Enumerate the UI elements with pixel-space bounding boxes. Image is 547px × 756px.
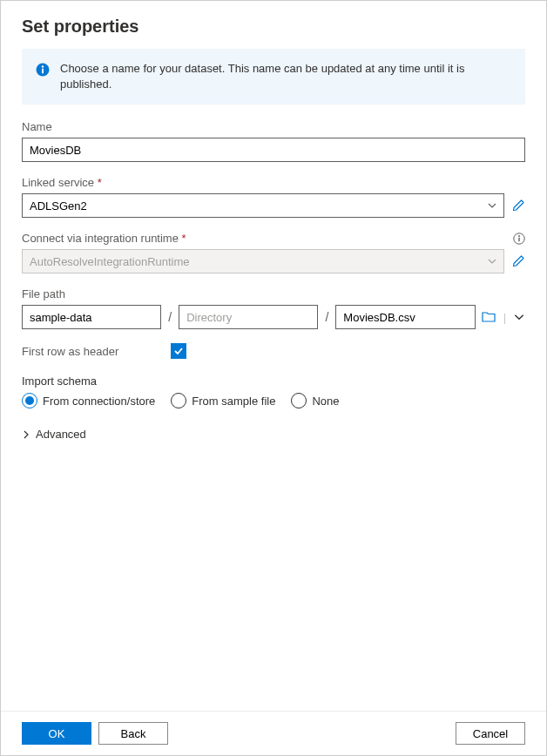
radio-label: None: [312, 395, 339, 408]
first-row-header-label: First row as header: [22, 345, 118, 358]
radio-label: From connection/store: [43, 395, 155, 408]
first-row-header-checkbox[interactable]: [171, 343, 186, 359]
integration-runtime-select: [22, 249, 504, 273]
info-hint-icon[interactable]: [513, 233, 525, 245]
svg-point-4: [518, 235, 520, 237]
file-path-label: File path: [22, 287, 525, 300]
integration-runtime-label: Connect via integration runtime *: [22, 232, 186, 245]
chevron-down-icon[interactable]: [513, 311, 525, 323]
container-input[interactable]: [22, 305, 161, 329]
radio-circle: [22, 393, 37, 408]
radio-none[interactable]: None: [291, 393, 339, 408]
svg-point-1: [42, 65, 44, 67]
linked-service-label: Linked service *: [22, 176, 525, 189]
first-row-header-row: First row as header: [22, 343, 525, 359]
info-banner: Choose a name for your dataset. This nam…: [22, 49, 525, 105]
panel-header: Set properties: [1, 1, 546, 49]
panel-footer: OK Back Cancel: [1, 711, 546, 755]
info-text: Choose a name for your dataset. This nam…: [60, 61, 511, 92]
directory-input[interactable]: [179, 305, 318, 329]
name-label: Name: [22, 120, 525, 133]
pipe-divider: |: [503, 311, 506, 324]
advanced-label: Advanced: [36, 428, 86, 441]
radio-label: From sample file: [192, 395, 275, 408]
radio-circle: [291, 393, 307, 408]
path-separator: /: [166, 310, 173, 324]
radio-from-connection[interactable]: From connection/store: [22, 393, 155, 408]
chevron-right-icon: [22, 430, 30, 439]
radio-from-sample[interactable]: From sample file: [171, 393, 275, 408]
info-icon: [36, 63, 50, 77]
import-schema-group: Import schema From connection/store From…: [22, 375, 525, 408]
back-button[interactable]: Back: [98, 722, 168, 745]
linked-service-group: Linked service *: [22, 176, 525, 218]
ok-button[interactable]: OK: [22, 722, 91, 745]
linked-service-select[interactable]: [22, 193, 504, 218]
page-title: Set properties: [22, 17, 525, 37]
edit-runtime-icon[interactable]: [511, 254, 525, 268]
import-schema-label: Import schema: [22, 375, 525, 388]
advanced-expander[interactable]: Advanced: [22, 424, 525, 444]
edit-linked-service-icon[interactable]: [511, 199, 525, 213]
name-group: Name: [22, 120, 525, 162]
svg-rect-2: [42, 69, 44, 74]
svg-rect-5: [518, 238, 519, 242]
panel-content: Choose a name for your dataset. This nam…: [1, 49, 546, 711]
file-path-group: File path / / |: [22, 287, 525, 329]
path-separator: /: [323, 310, 330, 324]
browse-folder-icon[interactable]: [481, 309, 496, 325]
file-input[interactable]: [335, 305, 475, 329]
radio-circle: [171, 393, 186, 408]
integration-runtime-group: Connect via integration runtime *: [22, 232, 525, 273]
cancel-button[interactable]: Cancel: [456, 722, 525, 745]
name-input[interactable]: [22, 138, 525, 162]
checkmark-icon: [173, 346, 184, 356]
